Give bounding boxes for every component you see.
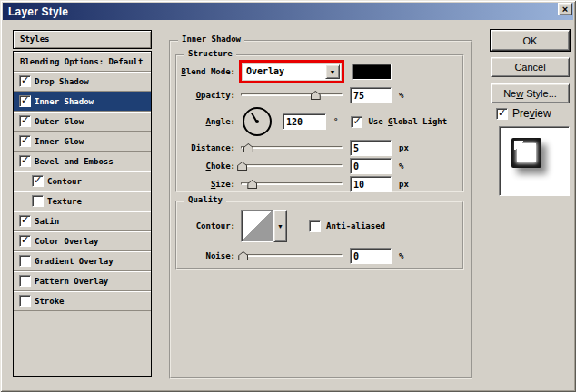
check-icon: ✓ [21, 134, 29, 146]
preview-label: Preview [512, 107, 551, 120]
styles-item-gradient-overlay[interactable]: Gradient Overlay [14, 251, 151, 271]
check-icon: ✓ [21, 114, 29, 126]
noise-slider-thumb[interactable] [238, 251, 248, 260]
opacity-slider-thumb[interactable] [311, 91, 321, 100]
anti-aliased-label: Anti-aliased [326, 221, 385, 230]
choke-label: Choke: [179, 162, 235, 171]
choke-slider-thumb[interactable] [237, 162, 247, 171]
styles-item-color-overlay[interactable]: ✓Color Overlay [14, 231, 151, 251]
styles-header-label: Styles [20, 34, 50, 44]
cancel-button[interactable]: Cancel [491, 57, 570, 77]
check-icon: ✓ [21, 234, 29, 246]
styles-item-inner-glow[interactable]: ✓Inner Glow [14, 132, 151, 152]
styles-item-label: Bevel and Emboss [35, 157, 114, 166]
close-button[interactable]: × [558, 3, 572, 15]
distance-label: Distance: [179, 143, 235, 152]
size-slider[interactable] [241, 179, 343, 190]
checkbox[interactable]: ✓ [19, 135, 31, 147]
distance-input[interactable] [350, 140, 392, 156]
noise-input[interactable] [350, 248, 392, 264]
noise-row: Noise: % [177, 248, 462, 264]
distance-slider-track[interactable] [241, 146, 343, 149]
distance-row: Distance: px [177, 140, 462, 156]
styles-item-outer-glow[interactable]: ✓Outer Glow [14, 112, 151, 132]
styles-item-label: Pattern Overlay [35, 277, 108, 286]
styles-item-inner-shadow[interactable]: ✓Inner Shadow [14, 92, 151, 112]
styles-item-label: Outer Glow [35, 117, 84, 126]
size-row: Size: px [177, 176, 462, 192]
checkbox[interactable] [19, 275, 31, 287]
size-input[interactable] [350, 176, 392, 192]
chevron-down-icon: ▼ [330, 69, 336, 75]
preview-checkbox[interactable]: ✓ [496, 108, 508, 120]
blend-mode-value: Overlay [243, 64, 325, 79]
checkbox[interactable]: ✓ [19, 75, 31, 87]
noise-unit: % [399, 251, 403, 260]
checkbox[interactable]: ✓ [19, 215, 31, 227]
styles-item-label: Contour [47, 177, 82, 186]
blend-mode-dropdown[interactable]: Overlay ▼ [243, 64, 341, 80]
contour-row: Contour: ▼ Anti-aliased [177, 210, 462, 242]
checkbox[interactable]: ✓ [19, 115, 31, 127]
choke-slider-track[interactable] [241, 164, 343, 167]
opacity-slider[interactable] [241, 90, 343, 101]
preview-effect-square [511, 138, 541, 168]
distance-slider[interactable] [241, 142, 343, 153]
distance-slider-thumb[interactable] [243, 143, 253, 152]
ok-button[interactable]: OK [491, 30, 570, 51]
noise-slider-track[interactable] [241, 254, 343, 257]
checkbox[interactable]: ✓ [19, 235, 31, 247]
contour-thumbnail[interactable] [241, 210, 273, 242]
angle-label: Angle: [179, 117, 235, 126]
checkbox[interactable]: ✓ [19, 95, 31, 107]
styles-item-texture[interactable]: Texture [14, 191, 151, 211]
structure-group: Structure Blend Mode: Overlay ▼ Opacity: [175, 54, 464, 192]
checkbox[interactable]: ✓ [32, 175, 44, 187]
choke-unit: % [399, 162, 403, 171]
noise-slider[interactable] [241, 250, 343, 261]
size-slider-thumb[interactable] [247, 180, 257, 189]
highlight-annotation: Overlay ▼ [239, 60, 344, 83]
contour-label: Contour: [179, 221, 235, 230]
styles-item-label: Color Overlay [35, 237, 98, 246]
use-global-light-checkbox[interactable]: ✓ [351, 116, 362, 128]
opacity-unit: % [399, 91, 403, 100]
dialog-title: Layer Style [3, 5, 68, 18]
checkbox[interactable] [32, 195, 44, 207]
blend-mode-row: Blend Mode: Overlay ▼ [177, 60, 462, 83]
choke-slider[interactable] [241, 161, 343, 172]
shadow-color-swatch[interactable] [352, 64, 392, 80]
styles-item-stroke[interactable]: Stroke [14, 291, 151, 311]
styles-item-pattern-overlay[interactable]: Pattern Overlay [14, 271, 151, 291]
styles-item-satin[interactable]: ✓Satin [14, 211, 151, 231]
choke-input[interactable] [350, 158, 392, 174]
blend-mode-dropdown-button[interactable]: ▼ [325, 64, 340, 79]
check-icon: ✓ [498, 107, 506, 119]
opacity-slider-track[interactable] [241, 93, 343, 96]
styles-item-drop-shadow[interactable]: ✓Drop Shadow [14, 72, 151, 92]
new-style-button[interactable]: New Style... [491, 83, 570, 103]
check-icon: ✓ [21, 94, 29, 106]
noise-label: Noise: [179, 251, 235, 260]
titlebar[interactable]: Layer Style [3, 3, 573, 20]
styles-item-label: Inner Shadow [35, 97, 94, 106]
styles-item-blending-options-default[interactable]: Blending Options: Default [14, 52, 151, 72]
styles-item-label: Drop Shadow [35, 77, 89, 86]
panel-title: Inner Shadow [178, 34, 244, 44]
angle-dial[interactable] [243, 107, 272, 136]
anti-aliased-checkbox[interactable] [309, 220, 321, 232]
preview-row: ✓ Preview [496, 107, 551, 120]
styles-item-contour[interactable]: ✓Contour [14, 172, 151, 191]
size-unit: px [399, 180, 409, 189]
checkbox[interactable] [19, 295, 31, 307]
checkbox[interactable] [19, 255, 31, 267]
contour-dropdown-button[interactable]: ▼ [273, 210, 287, 242]
styles-item-label: Stroke [35, 297, 65, 306]
angle-input[interactable] [283, 113, 326, 130]
opacity-input[interactable] [350, 87, 392, 103]
layer-style-dialog: Layer Style × Styles Blending Options: D… [0, 0, 576, 392]
choke-row: Choke: % [177, 158, 462, 174]
style-preview-thumbnail [499, 126, 570, 196]
checkbox[interactable]: ✓ [19, 155, 31, 167]
styles-item-bevel-and-emboss[interactable]: ✓Bevel and Emboss [14, 152, 151, 172]
